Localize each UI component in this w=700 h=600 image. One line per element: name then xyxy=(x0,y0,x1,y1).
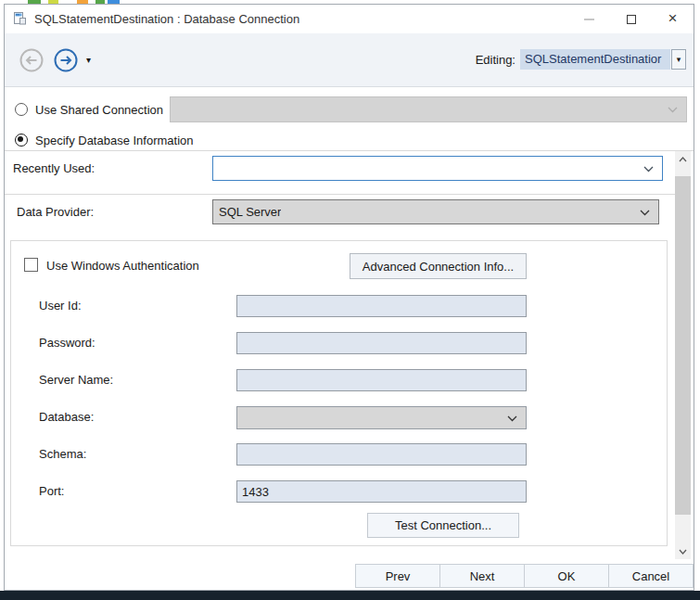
footer-button-bar: Prev Next OK Cancel xyxy=(356,564,694,588)
app-icon xyxy=(12,11,27,26)
windows-auth-checkbox[interactable] xyxy=(24,258,38,272)
forward-dropdown-caret-icon[interactable]: ▾ xyxy=(86,55,91,65)
specify-database-info-radio[interactable] xyxy=(15,134,28,147)
chevron-down-icon xyxy=(679,549,687,555)
scrollbar-thumb[interactable] xyxy=(675,176,691,515)
data-provider-combobox[interactable]: SQL Server xyxy=(212,199,659,224)
scroll-down-button[interactable] xyxy=(675,543,691,559)
editing-combobox[interactable]: SQLStatementDestinatior ▾ xyxy=(520,49,686,70)
editing-value: SQLStatementDestinatior xyxy=(520,49,670,70)
prev-button[interactable]: Prev xyxy=(355,564,440,588)
recently-used-label: Recently Used: xyxy=(13,161,95,175)
dialog-window: SQLStatementDestination : Database Conne… xyxy=(4,4,694,591)
separator xyxy=(5,194,675,195)
password-label: Password: xyxy=(39,336,95,350)
navigation-toolbar: ▾ Editing: SQLStatementDestinatior ▾ xyxy=(5,33,694,87)
server-name-input[interactable] xyxy=(236,369,527,391)
server-name-label: Server Name: xyxy=(39,373,113,387)
user-id-label: User Id: xyxy=(39,299,82,313)
advanced-connection-info-button[interactable]: Advanced Connection Info... xyxy=(350,253,527,279)
close-button[interactable]: × xyxy=(652,5,694,33)
test-connection-button[interactable]: Test Connection... xyxy=(367,513,519,538)
minimize-button[interactable] xyxy=(568,5,610,33)
window-controls: × xyxy=(568,5,694,33)
maximize-button[interactable] xyxy=(610,5,652,33)
next-button[interactable]: Next xyxy=(439,564,525,588)
port-input[interactable] xyxy=(236,480,527,503)
database-info-group: Use Windows Authentication Advanced Conn… xyxy=(10,240,668,546)
scroll-up-button[interactable] xyxy=(675,151,691,167)
use-shared-connection-radio[interactable] xyxy=(15,103,28,116)
port-label: Port: xyxy=(39,484,64,498)
forward-button[interactable] xyxy=(54,48,78,72)
chevron-down-icon[interactable] xyxy=(643,166,654,172)
password-input[interactable] xyxy=(236,332,527,354)
title-bar: SQLStatementDestination : Database Conne… xyxy=(5,5,694,33)
window-title: SQLStatementDestination : Database Conne… xyxy=(34,12,299,26)
recently-used-combobox[interactable] xyxy=(212,156,663,181)
user-id-input[interactable] xyxy=(236,295,527,317)
data-provider-label: Data Provider: xyxy=(17,205,94,219)
ok-button[interactable]: OK xyxy=(524,564,609,588)
data-provider-value: SQL Server xyxy=(213,205,281,219)
chevron-up-icon xyxy=(679,157,687,162)
specify-database-info-label[interactable]: Specify Database Information xyxy=(35,134,194,147)
maximize-icon xyxy=(627,15,636,24)
chevron-down-icon xyxy=(668,107,678,113)
use-shared-connection-label[interactable]: Use Shared Connection xyxy=(35,103,163,117)
editing-area: Editing: SQLStatementDestinatior ▾ xyxy=(476,49,686,70)
database-combobox[interactable] xyxy=(236,406,527,429)
separator xyxy=(5,150,694,151)
windows-auth-label[interactable]: Use Windows Authentication xyxy=(46,259,199,273)
taskbar-strip xyxy=(0,591,700,600)
shared-connection-combobox[interactable] xyxy=(170,96,687,122)
close-icon: × xyxy=(668,10,678,26)
chevron-down-icon[interactable] xyxy=(640,210,650,216)
cancel-button[interactable]: Cancel xyxy=(608,564,694,588)
back-button[interactable] xyxy=(19,48,44,72)
vertical-scrollbar[interactable] xyxy=(675,151,691,559)
database-label: Database: xyxy=(39,410,94,424)
chevron-down-icon[interactable]: ▾ xyxy=(671,49,686,70)
schema-label: Schema: xyxy=(39,447,86,461)
editing-label: Editing: xyxy=(476,53,515,67)
screen: SQLStatementDestination : Database Conne… xyxy=(0,0,700,600)
chevron-down-icon[interactable] xyxy=(507,415,517,422)
minimize-icon xyxy=(584,19,594,20)
schema-input[interactable] xyxy=(236,443,527,466)
